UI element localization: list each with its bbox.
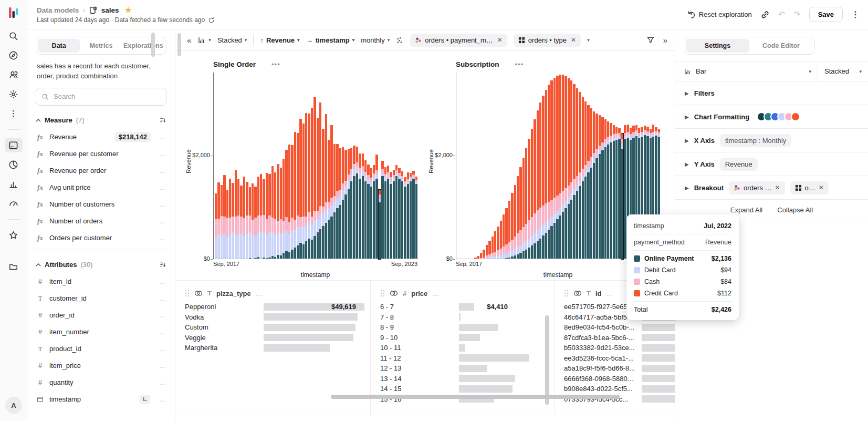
breakout-pill-payment-method[interactable]: orders • payment_m… ✕: [410, 34, 507, 47]
bar-month-28[interactable]: [537, 110, 539, 259]
bar-month-35[interactable]: [556, 76, 558, 259]
column-header[interactable]: #price…: [380, 286, 554, 301]
more-icon[interactable]: …: [159, 150, 166, 158]
bar-month-2[interactable]: [221, 185, 223, 259]
attribute-item[interactable]: Tproduct_id…: [36, 341, 166, 357]
measure-item[interactable]: fxAvg unit price…: [36, 179, 166, 196]
remove-pill-icon[interactable]: ✕: [497, 36, 503, 44]
bar-month-44[interactable]: [582, 97, 584, 259]
bar-month-71[interactable]: [415, 177, 417, 259]
horizontal-scrollbar[interactable]: [331, 395, 620, 399]
axis-toggle-icon[interactable]: [140, 395, 150, 404]
filter-icon[interactable]: [646, 36, 655, 44]
bar-month-37[interactable]: [562, 75, 564, 259]
pie-chart-icon[interactable]: [5, 157, 23, 172]
bar-month-36[interactable]: [317, 118, 319, 259]
attribute-item[interactable]: #item_id…: [36, 273, 166, 290]
undo-icon[interactable]: ↶: [778, 9, 785, 19]
attribute-item[interactable]: Tcustomer_id…: [36, 290, 166, 307]
bar-month-39[interactable]: [325, 114, 327, 259]
bar-month-16[interactable]: [503, 214, 505, 259]
bar-month-8[interactable]: [237, 179, 239, 259]
x-field-dropdown[interactable]: → timestamp ▾: [306, 36, 355, 44]
bar-month-66[interactable]: [401, 171, 403, 259]
bar-month-47[interactable]: [590, 108, 592, 259]
bar-month-1[interactable]: [217, 182, 219, 259]
breadcrumb-root[interactable]: Data models: [37, 6, 79, 14]
attribute-item[interactable]: timestamp…: [36, 391, 166, 408]
measure-item[interactable]: fxNumber of customers…: [36, 196, 166, 213]
reset-exploration-button[interactable]: Reset exploration: [687, 11, 752, 19]
bar-month-11[interactable]: [488, 241, 490, 259]
more-icon[interactable]: …: [159, 345, 166, 353]
collapse-left-icon[interactable]: «: [187, 36, 191, 45]
breakout-pill[interactable]: o… ✕: [790, 181, 829, 194]
table-row[interactable]: 11 - 12: [380, 353, 554, 364]
expand-all-button[interactable]: Expand All: [730, 206, 762, 214]
bar-month-53[interactable]: [364, 160, 367, 259]
table-row[interactable]: b5033382-9d21-53ce...: [564, 343, 675, 353]
bar-month-48[interactable]: [350, 148, 352, 259]
bar-month-19[interactable]: [511, 193, 513, 259]
bar-month-50[interactable]: [356, 147, 358, 259]
bar-month-56[interactable]: [615, 127, 618, 259]
bar-month-35[interactable]: [313, 97, 316, 259]
bar-month-26[interactable]: [531, 129, 533, 259]
bar-month-69[interactable]: [410, 173, 412, 259]
drag-handle-icon[interactable]: [185, 290, 190, 297]
price-column-scrollbar[interactable]: [545, 315, 549, 405]
bar-month-58[interactable]: [379, 190, 381, 259]
table-row[interactable]: 6 - 7$4,410: [380, 302, 554, 312]
bar-month-7[interactable]: [477, 256, 479, 259]
bar-month-45[interactable]: [342, 147, 344, 259]
bar-month-42[interactable]: [576, 88, 578, 259]
bar-month-29[interactable]: [539, 102, 541, 259]
x-axis-section[interactable]: ▶ X Axis timestamp : Monthly: [675, 129, 868, 152]
sort-icon[interactable]: [159, 117, 166, 124]
table-row[interactable]: 13 - 14: [380, 374, 554, 384]
table-row[interactable]: 10 - 11: [380, 343, 554, 353]
bar-month-24[interactable]: [283, 159, 285, 259]
bar-month-30[interactable]: [299, 119, 301, 259]
table-row[interactable]: Custom: [185, 322, 370, 333]
more-menu-icon[interactable]: ⋮: [851, 13, 860, 16]
bar-month-15[interactable]: [257, 177, 259, 259]
bar-month-13[interactable]: [494, 231, 496, 259]
chart-type-button[interactable]: ▾: [197, 36, 211, 44]
user-avatar[interactable]: A: [5, 397, 22, 414]
table-row[interactable]: 9 - 10: [380, 333, 554, 343]
bar-month-56[interactable]: [373, 165, 375, 259]
bar-month-33[interactable]: [308, 114, 310, 259]
bar-month-31[interactable]: [302, 124, 305, 259]
expand-right-icon[interactable]: »: [663, 36, 667, 45]
bar-month-59[interactable]: [624, 125, 626, 259]
bar-month-39[interactable]: [568, 78, 570, 259]
bar-month-51[interactable]: [601, 117, 603, 259]
more-icon[interactable]: …: [159, 200, 166, 208]
bar-month-9[interactable]: [483, 250, 485, 259]
tab-data[interactable]: Data: [38, 39, 80, 53]
bar-month-25[interactable]: [285, 150, 287, 259]
bar-month-45[interactable]: [584, 101, 587, 259]
table-row[interactable]: b908e843-d022-5cf5...: [564, 384, 675, 394]
bar-month-33[interactable]: [550, 80, 552, 259]
tab-code-editor[interactable]: Code Editor: [749, 39, 813, 53]
bar-month-4[interactable]: [226, 190, 228, 259]
bar-month-17[interactable]: [263, 179, 265, 259]
tab-settings[interactable]: Settings: [686, 39, 749, 53]
more-icon[interactable]: …: [159, 133, 166, 141]
bar-month-0[interactable]: [215, 193, 217, 259]
measure-section-header[interactable]: Measure (7): [36, 114, 166, 127]
more-icon[interactable]: …: [256, 290, 263, 297]
bar-month-16[interactable]: [260, 174, 262, 259]
chart-menu-icon[interactable]: •••: [271, 60, 280, 68]
collapse-all-button[interactable]: Collapse All: [777, 206, 813, 214]
favorite-star-icon[interactable]: ★: [125, 5, 132, 15]
panel-scrollbar[interactable]: [151, 33, 155, 57]
table-row[interactable]: 8ed9e034-fc54-5c0b-...: [564, 322, 675, 333]
measure-item[interactable]: fxOrders per customer…: [36, 230, 166, 247]
tab-metrics[interactable]: Metrics: [80, 39, 122, 53]
bar-chart-icon[interactable]: [5, 177, 23, 191]
attribute-item[interactable]: #order_id…: [36, 307, 166, 324]
table-row[interactable]: 6666f368-0968-5880...: [564, 374, 675, 384]
